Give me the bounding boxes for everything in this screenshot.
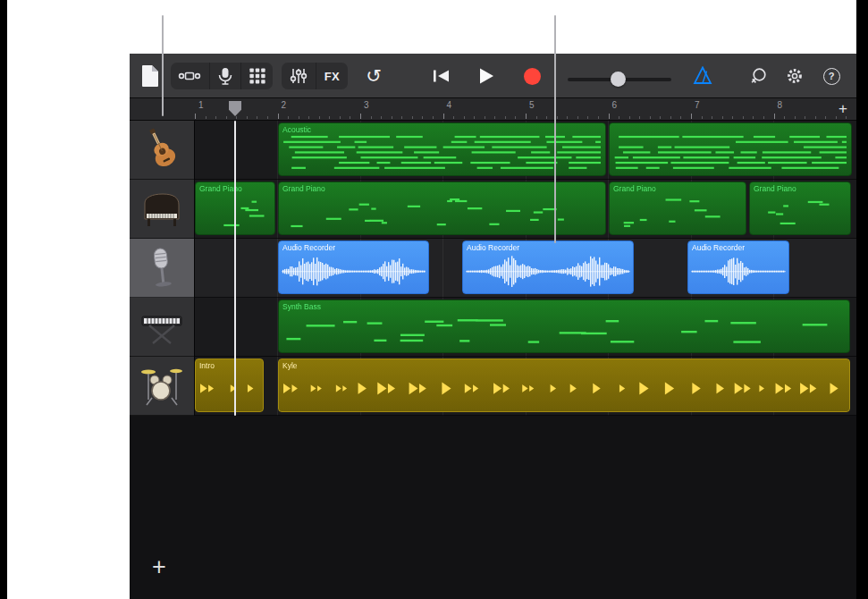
track-header-synth-bass[interactable] — [130, 298, 194, 357]
mixer-sliders-icon — [290, 68, 308, 84]
touch-instrument-button[interactable] — [171, 63, 209, 89]
garageband-window: FX ↺ — [130, 54, 856, 599]
playhead-handle[interactable] — [229, 101, 241, 116]
region-pattern-canvas — [279, 359, 849, 411]
acoustic-guitar-icon — [141, 126, 182, 174]
fx-button[interactable]: FX — [316, 63, 348, 89]
volume-slider-knob[interactable] — [611, 72, 626, 87]
toolbar: FX ↺ — [130, 54, 856, 98]
region-label: Acoustic — [282, 125, 311, 134]
settings-button[interactable] — [786, 67, 804, 85]
region-grand-piano[interactable]: Grand Piano — [278, 181, 606, 235]
region-audio-recorder[interactable]: Audio Recorder — [462, 240, 634, 294]
region-acoustic[interactable]: Acoustic — [278, 122, 606, 176]
ruler-tick — [774, 114, 775, 119]
region-audio-recorder[interactable]: Audio Recorder — [687, 240, 789, 294]
region-audio-recorder[interactable]: Audio Recorder — [278, 240, 429, 294]
add-section-button[interactable]: + — [834, 99, 852, 119]
timeline-lanes[interactable]: AcousticGrand PianoGrand PianoGrand Pian… — [195, 121, 856, 416]
ruler-tick — [536, 116, 537, 119]
tracks-area: AcousticGrand PianoGrand PianoGrand Pian… — [130, 121, 856, 416]
mixer-controls-button[interactable] — [282, 63, 316, 89]
ruler-tick — [650, 116, 651, 119]
region-kyle[interactable]: Kyle — [278, 359, 850, 412]
ruler-measure-8: 8 — [778, 100, 783, 110]
loop-browser-button[interactable] — [750, 67, 768, 85]
track-header-acoustic-guitar[interactable] — [130, 121, 194, 180]
ruler-tick — [485, 116, 485, 119]
loop-browser-icon — [750, 67, 768, 85]
ruler-tick — [443, 114, 444, 119]
ruler-tick — [505, 116, 506, 119]
undo-icon: ↺ — [366, 65, 382, 87]
ruler-tick — [226, 116, 227, 119]
ruler-tick — [299, 116, 299, 119]
ruler-measure-1: 1 — [198, 100, 204, 110]
region-label: Synth Bass — [282, 302, 321, 311]
region-label: Intro — [199, 361, 215, 370]
ruler-tick — [743, 116, 744, 119]
help-button[interactable]: ? — [822, 67, 840, 85]
ruler-tick — [350, 116, 350, 119]
synth-keyboard-icon — [139, 306, 185, 349]
track-header-drum-kit[interactable] — [130, 357, 194, 416]
right-edge-strip — [856, 0, 868, 599]
callout-line-audio-region — [554, 15, 556, 243]
measure-gridline — [856, 121, 857, 416]
ruler-tick — [515, 116, 516, 119]
ruler-tick — [825, 116, 826, 119]
play-icon — [477, 67, 495, 85]
volume-slider[interactable] — [568, 78, 671, 81]
metronome-button[interactable] — [693, 66, 712, 85]
my-songs-button[interactable] — [137, 63, 164, 89]
ruler-tick — [680, 116, 681, 119]
ruler-tick — [288, 116, 289, 119]
rewind-button[interactable] — [432, 69, 451, 83]
controls-switcher: FX — [282, 63, 348, 89]
ruler-tick — [381, 116, 382, 119]
rewind-icon — [433, 69, 451, 83]
region-grand-piano[interactable]: Grand Piano — [609, 181, 746, 235]
audio-recorder-view-button[interactable] — [209, 63, 241, 89]
track-separator — [195, 238, 856, 239]
ruler-measure-5: 5 — [529, 100, 535, 110]
record-button[interactable] — [523, 67, 541, 85]
ruler-tick — [587, 116, 588, 119]
metronome-icon — [693, 66, 712, 85]
ruler-tick — [609, 114, 610, 119]
region-label: Audio Recorder — [467, 243, 519, 252]
track-header-grand-piano[interactable] — [130, 180, 194, 239]
region-pattern-canvas — [279, 182, 605, 234]
ruler-tick — [360, 114, 361, 119]
ruler-tick — [206, 116, 206, 119]
help-icon: ? — [823, 68, 840, 85]
ruler-tick — [526, 114, 527, 119]
region-synth-bass[interactable]: Synth Bass — [278, 300, 850, 353]
ruler-measure-2: 2 — [282, 100, 287, 110]
track-header-audio-recorder[interactable] — [130, 239, 194, 298]
play-button[interactable] — [476, 66, 496, 86]
ruler-tick — [629, 116, 630, 119]
region-label: Audio Recorder — [692, 243, 745, 252]
region-intro[interactable]: Intro — [195, 359, 264, 412]
ruler-tick — [702, 116, 703, 119]
undo-button[interactable]: ↺ — [360, 63, 387, 89]
ruler-tick — [329, 116, 330, 119]
ruler-tick — [412, 116, 413, 119]
ruler-tick — [546, 116, 547, 119]
region-label: Grand Piano — [754, 184, 796, 193]
ruler[interactable]: + 12345678 — [130, 98, 856, 121]
ruler-measure-4: 4 — [447, 100, 452, 110]
empty-workspace — [130, 416, 856, 599]
track-separator — [195, 297, 856, 298]
ruler-tick — [474, 116, 475, 119]
ruler-tick — [215, 116, 216, 119]
add-track-button[interactable]: + — [144, 552, 174, 582]
ruler-tick — [319, 116, 320, 119]
region-grand-piano[interactable]: Grand Piano — [749, 181, 851, 235]
document-icon — [140, 64, 160, 88]
ruler-tick — [784, 116, 785, 119]
region-midi[interactable] — [609, 122, 852, 176]
tracks-grid-button[interactable] — [240, 63, 273, 89]
ruler-measure-6: 6 — [612, 100, 618, 110]
